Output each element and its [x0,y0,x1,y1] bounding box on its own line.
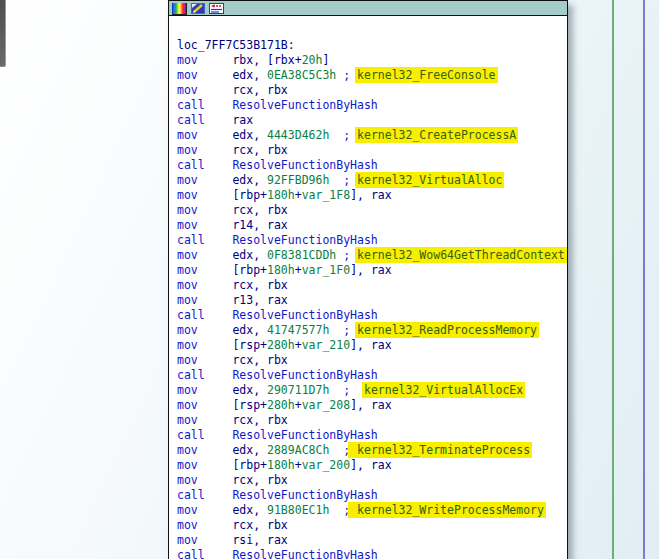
asm-token[interactable]: 41747577h [267,323,329,337]
node-title-bar[interactable] [169,1,567,16]
asm-token[interactable]: call [177,158,232,172]
asm-token[interactable]: var_208 [302,398,350,412]
asm-token[interactable]: [rsp+ [232,398,267,412]
highlighted-api-name[interactable]: kernel32_VirtualAlloc [355,172,504,188]
asm-token[interactable]: mov [177,293,232,307]
asm-token[interactable]: mov [177,173,232,187]
asm-token[interactable]: rcx, rbx [232,143,287,157]
asm-token[interactable]: [rbp+ [232,458,267,472]
asm-token[interactable]: mov [177,278,232,292]
asm-token[interactable]: + [295,338,302,352]
asm-token[interactable]: rcx, rbx [232,518,287,532]
asm-line[interactable]: call ResolveFunctionByHash [177,158,567,173]
asm-token[interactable]: r13, rax [232,293,287,307]
asm-line[interactable]: call ResolveFunctionByHash [177,548,567,559]
asm-token[interactable]: edx, [232,503,267,517]
asm-token[interactable]: ResolveFunctionByHash [232,548,377,559]
asm-line[interactable]: mov rcx, rbx [177,83,567,98]
asm-line[interactable]: call ResolveFunctionByHash [177,368,567,383]
asm-token[interactable]: 180h [267,263,295,277]
asm-label-line[interactable]: loc_7FF7C53B171B: [177,38,567,53]
asm-token[interactable]: ; [329,383,364,397]
highlighted-api-name[interactable]: kernel32_ReadProcessMemory [355,322,539,338]
asm-token[interactable]: 280h [267,398,295,412]
asm-token[interactable]: ResolveFunctionByHash [232,158,377,172]
asm-token[interactable]: rcx, rbx [232,278,287,292]
asm-line[interactable]: mov rsi, rax [177,533,567,548]
asm-token[interactable]: ; [336,68,357,82]
asm-token[interactable]: 2889AC8Ch [267,443,329,457]
asm-token[interactable]: + [295,263,302,277]
asm-token[interactable]: mov [177,503,232,517]
asm-line[interactable]: mov rbx, [rbx+20h] [177,53,567,68]
highlighted-api-name[interactable]: kernel32_VirtualAllocEx [362,382,525,398]
asm-token[interactable]: mov [177,203,232,217]
asm-token[interactable]: ResolveFunctionByHash [232,488,377,502]
asm-token[interactable]: mov [177,53,232,67]
asm-token[interactable]: ; [329,128,357,142]
asm-token[interactable]: ; [336,248,357,262]
asm-token[interactable]: edx, [232,173,267,187]
asm-token[interactable]: var_1F0 [302,263,350,277]
asm-token[interactable]: 180h [267,458,295,472]
asm-token[interactable]: call [177,308,232,322]
node-color-icon[interactable] [172,3,187,15]
asm-token[interactable]: [rsp+ [232,338,267,352]
asm-token[interactable]: mov [177,443,232,457]
highlighted-api-name[interactable]: kernel32_WriteProcessMemory [348,502,546,518]
asm-token[interactable]: call [177,233,232,247]
asm-token[interactable]: ; [329,323,357,337]
asm-token[interactable]: 0F8381CDDh [267,248,336,262]
asm-line[interactable]: mov edx, 0EA38C5C3h ; kernel32_FreeConso… [177,68,567,83]
asm-line[interactable]: mov [rsp+280h+var_210], rax [177,338,567,353]
asm-token[interactable]: mov [177,128,232,142]
asm-token[interactable]: var_1F8 [302,188,350,202]
asm-token[interactable]: ResolveFunctionByHash [232,428,377,442]
asm-token[interactable]: rcx, rbx [232,473,287,487]
asm-token[interactable]: edx, [232,323,267,337]
asm-line[interactable]: mov rcx, rbx [177,278,567,293]
asm-token[interactable]: mov [177,338,232,352]
asm-token[interactable]: mov [177,383,232,397]
asm-line[interactable]: call rax [177,113,567,128]
asm-token[interactable]: mov [177,248,232,262]
asm-token[interactable]: edx, [232,128,267,142]
asm-token[interactable]: mov [177,68,232,82]
asm-token[interactable]: ResolveFunctionByHash [232,233,377,247]
asm-token[interactable]: ], rax [350,458,392,472]
asm-line[interactable]: mov edx, 290711D7h ; kernel32_VirtualAll… [177,383,567,398]
asm-token[interactable]: mov [177,398,232,412]
asm-token[interactable]: ; [329,503,350,517]
asm-token[interactable]: 91B80EC1h [267,503,329,517]
asm-token[interactable]: call [177,548,232,559]
asm-token[interactable]: mov [177,458,232,472]
asm-token[interactable]: ], rax [350,188,392,202]
asm-line[interactable]: mov rcx, rbx [177,143,567,158]
asm-token[interactable]: mov [177,518,232,532]
asm-line[interactable]: mov rcx, rbx [177,413,567,428]
asm-token[interactable]: 92FFBD96h [267,173,329,187]
asm-line[interactable]: call ResolveFunctionByHash [177,233,567,248]
asm-line[interactable]: call ResolveFunctionByHash [177,98,567,113]
asm-token[interactable]: mov [177,83,232,97]
asm-line[interactable]: mov edx, 92FFBD96h ; kernel32_VirtualAll… [177,173,567,188]
asm-line[interactable]: mov edx, 91B80EC1h ; kernel32_WriteProce… [177,503,567,518]
asm-token[interactable]: 0EA38C5C3h [267,68,336,82]
asm-token[interactable]: edx, [232,443,267,457]
asm-token[interactable]: rsi, rax [232,533,287,547]
asm-line[interactable]: mov [rbp+180h+var_1F0], rax [177,263,567,278]
asm-line[interactable]: mov edx, 4443D462h ; kernel32_CreateProc… [177,128,567,143]
highlighted-api-name[interactable]: kernel32_FreeConsole [355,67,497,83]
asm-token[interactable]: ; [329,443,350,457]
asm-token[interactable]: + [295,398,302,412]
asm-token[interactable]: [rbp+ [232,263,267,277]
asm-line[interactable]: mov [rbp+180h+var_200], rax [177,458,567,473]
asm-token[interactable]: 290711D7h [267,383,329,397]
asm-token[interactable]: 4443D462h [267,128,329,142]
asm-token[interactable]: call [177,488,232,502]
asm-token[interactable]: mov [177,473,232,487]
asm-token[interactable]: ], rax [350,338,392,352]
asm-line[interactable]: mov rcx, rbx [177,518,567,533]
highlighted-api-name[interactable]: kernel32_TerminateProcess [348,442,532,458]
asm-token[interactable]: rcx, rbx [232,83,287,97]
